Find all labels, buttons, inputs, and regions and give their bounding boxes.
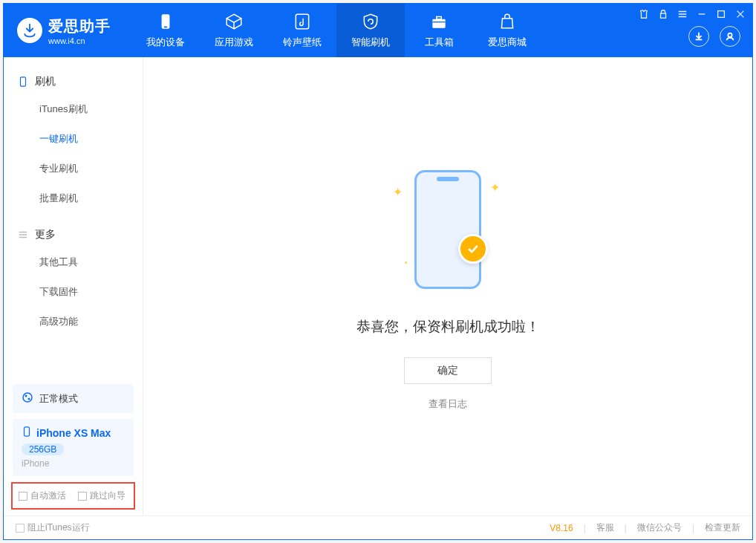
version-label: V8.16 [550, 523, 573, 533]
app-title: 爱思助手 [48, 16, 111, 36]
nav-smart-flash[interactable]: 智能刷机 [336, 4, 405, 57]
highlighted-checks: 自动激活 跳过向导 [11, 482, 135, 510]
device-name: iPhone XS Max [36, 427, 111, 439]
phone-icon [17, 76, 29, 88]
check-block-itunes[interactable]: 阻止iTunes运行 [16, 521, 90, 534]
svg-rect-7 [718, 11, 725, 18]
window-controls [638, 8, 746, 20]
logo-icon [17, 18, 42, 43]
svg-point-12 [28, 398, 30, 400]
ok-button[interactable]: 确定 [404, 357, 492, 384]
download-icon[interactable] [688, 26, 709, 47]
sidebar: 刷机 iTunes刷机 一键刷机 专业刷机 批量刷机 更多 其他工具 下载固件 … [4, 57, 143, 516]
sidebar-item-other-tools[interactable]: 其他工具 [39, 247, 143, 277]
sparkle-icon: ✦ [393, 185, 403, 199]
nav-store[interactable]: 爱思商城 [473, 4, 541, 57]
main-nav: 我的设备 应用游戏 铃声壁纸 智能刷机 工具箱 爱思商城 [131, 4, 541, 57]
svg-rect-4 [437, 17, 442, 19]
sparkle-icon: • [405, 259, 408, 267]
menu-icon[interactable] [677, 8, 688, 20]
shopping-bag-icon [498, 12, 517, 31]
sidebar-group-flash: 刷机 [4, 69, 143, 94]
device-storage-chip: 256GB [22, 443, 64, 455]
device-type: iPhone [22, 458, 49, 469]
music-note-icon [293, 12, 312, 31]
sidebar-footer: 正常模式 iPhone XS Max 256GB iPhone 自动激活 跳过向… [4, 378, 143, 516]
sidebar-item-oneclick-flash[interactable]: 一键刷机 [39, 124, 143, 154]
status-link-update[interactable]: 检查更新 [705, 521, 740, 534]
svg-point-11 [25, 395, 27, 397]
shirt-icon[interactable] [638, 8, 650, 20]
sidebar-item-pro-flash[interactable]: 专业刷机 [39, 154, 143, 183]
mode-card[interactable]: 正常模式 [13, 384, 134, 413]
success-text: 恭喜您，保资料刷机成功啦！ [356, 317, 540, 336]
sidebar-item-download-firmware[interactable]: 下载固件 [39, 277, 143, 307]
sidebar-item-batch-flash[interactable]: 批量刷机 [39, 183, 143, 213]
sparkle-icon: ✦ [490, 181, 500, 195]
nav-my-device[interactable]: 我的设备 [131, 4, 200, 57]
svg-point-8 [728, 33, 731, 37]
device-icon [156, 12, 175, 31]
svg-rect-9 [21, 77, 26, 86]
svg-rect-6 [661, 13, 666, 18]
refresh-shield-icon [361, 12, 380, 31]
cube-icon [224, 12, 244, 31]
success-illustration: ✦ ✦ • [366, 163, 529, 296]
main-content: ✦ ✦ • 恭喜您，保资料刷机成功啦！ 确定 查看日志 [143, 57, 752, 516]
phone-illustration-icon [414, 170, 481, 289]
svg-rect-2 [296, 14, 308, 29]
sidebar-item-advanced[interactable]: 高级功能 [39, 307, 143, 336]
device-card[interactable]: iPhone XS Max 256GB iPhone [13, 419, 134, 476]
status-bar: 阻止iTunes运行 V8.16 | 客服 | 微信公众号 | 检查更新 [4, 516, 752, 539]
check-skip-guide[interactable]: 跳过向导 [78, 490, 126, 502]
sidebar-group-more: 更多 [4, 222, 143, 247]
mode-label: 正常模式 [39, 392, 78, 406]
nav-ringtones-wallpapers[interactable]: 铃声壁纸 [268, 4, 336, 57]
minimize-button[interactable] [696, 8, 708, 20]
sidebar-item-itunes-flash[interactable]: iTunes刷机 [39, 94, 143, 124]
user-icon[interactable] [720, 26, 740, 47]
status-link-support[interactable]: 客服 [596, 521, 614, 534]
close-button[interactable] [734, 8, 746, 20]
header-action-icons [688, 26, 740, 47]
titlebar: 爱思助手 www.i4.cn 我的设备 应用游戏 铃声壁纸 智能刷机 [4, 4, 752, 57]
status-link-wechat[interactable]: 微信公众号 [637, 521, 682, 534]
svg-point-10 [23, 393, 32, 402]
app-window: 爱思助手 www.i4.cn 我的设备 应用游戏 铃声壁纸 智能刷机 [3, 3, 753, 540]
device-phone-icon [22, 426, 32, 439]
maximize-button[interactable] [715, 8, 727, 20]
svg-rect-5 [432, 22, 445, 22]
app-logo: 爱思助手 www.i4.cn [4, 4, 124, 57]
list-icon [17, 229, 29, 241]
nav-apps-games[interactable]: 应用游戏 [200, 4, 268, 57]
check-badge-icon [458, 234, 488, 264]
toolbox-icon [429, 12, 449, 31]
lock-icon[interactable] [657, 8, 669, 20]
body: 刷机 iTunes刷机 一键刷机 专业刷机 批量刷机 更多 其他工具 下载固件 … [4, 57, 752, 516]
svg-rect-1 [164, 27, 167, 28]
check-auto-activate[interactable]: 自动激活 [19, 490, 66, 502]
mode-icon [22, 391, 33, 406]
nav-toolbox[interactable]: 工具箱 [405, 4, 473, 57]
svg-rect-3 [432, 19, 445, 28]
svg-rect-13 [25, 427, 30, 436]
app-subtitle: www.i4.cn [48, 36, 111, 45]
view-log-link[interactable]: 查看日志 [428, 397, 467, 411]
